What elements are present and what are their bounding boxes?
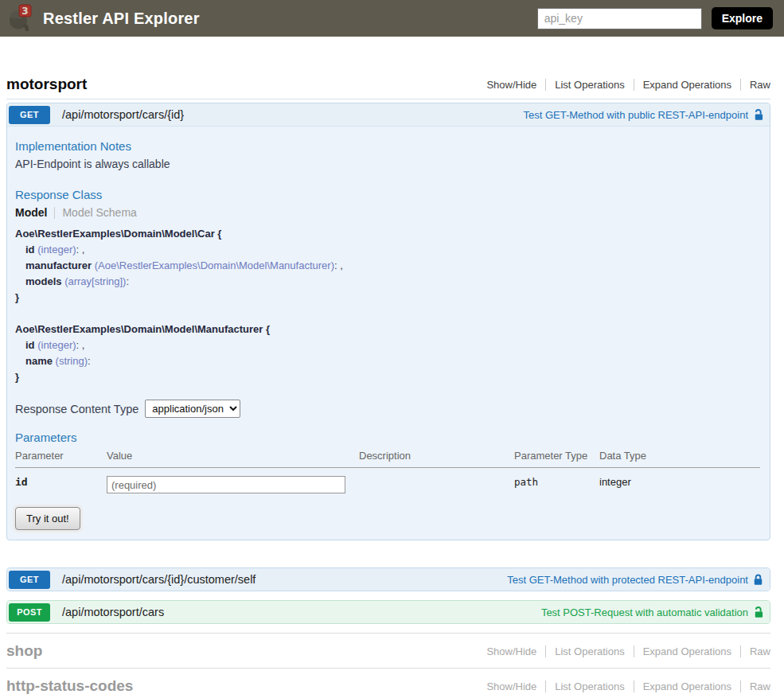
response-content-type-row: Response Content Type application/json [15, 400, 760, 418]
param-value-input[interactable] [107, 476, 345, 493]
tab-divider [54, 207, 55, 219]
parameter-row-id: id path integer [15, 468, 760, 497]
operation-get-customer-self: GET /api/motorsport/cars/{id}/customer/s… [6, 567, 770, 591]
endpoint-path-link[interactable]: /api/motorsport/cars/{id} [62, 108, 523, 121]
http-method-badge: POST [9, 603, 50, 622]
operation-get-car: GET /api/motorsport/cars/{id} Test GET-M… [6, 103, 770, 540]
resource-title-http-status-codes[interactable]: http-status-codes [6, 677, 133, 695]
param-description [359, 468, 514, 497]
expand-operations-link[interactable]: Expand Operations [643, 680, 731, 692]
expand-operations-link[interactable]: Expand Operations [643, 79, 731, 91]
param-name: id [15, 468, 107, 497]
list-operations-link[interactable]: List Operations [555, 680, 624, 692]
menu-divider [740, 79, 741, 91]
endpoint-access-link[interactable]: Test POST-Request with automatic validat… [541, 606, 763, 618]
resource-heading-shop: shop Show/Hide List Operations Expand Op… [6, 633, 770, 668]
expand-operations-link[interactable]: Expand Operations [643, 645, 731, 657]
endpoint-path-link[interactable]: /api/motorsport/cars/{id}/customer/self [62, 573, 507, 586]
app-title: Restler API Explorer [43, 10, 200, 28]
http-method-badge: GET [9, 106, 50, 124]
col-parameter: Parameter [15, 446, 107, 468]
endpoint-access-label: Test GET-Method with public REST-API-end… [523, 109, 748, 121]
resource-heading-motorsport: motorsport Show/Hide List Operations Exp… [6, 69, 770, 99]
menu-divider [545, 79, 546, 91]
endpoint-access-link[interactable]: Test GET-Method with public REST-API-end… [523, 108, 763, 121]
showhide-link[interactable]: Show/Hide [486, 79, 536, 91]
lock-open-icon [753, 606, 763, 618]
model-signature: Aoe\RestlerExamples\Domain\Model\Car {id… [15, 226, 760, 385]
col-parameter-type: Parameter Type [514, 446, 599, 468]
menu-divider [545, 680, 546, 692]
raw-link[interactable]: Raw [750, 645, 770, 657]
resource-menu-motorsport: Show/Hide List Operations Expand Operati… [486, 79, 770, 91]
menu-divider [634, 645, 634, 657]
signature-model: Aoe\RestlerExamples\Domain\Model\Car {id… [15, 226, 760, 306]
http-method-badge: GET [9, 571, 50, 589]
col-value: Value [107, 446, 359, 468]
col-description: Description [359, 446, 514, 468]
endpoint-access-label: Test GET-Method with protected REST-API-… [507, 574, 748, 586]
model-tabs: Model Model Schema [15, 206, 760, 219]
tab-model[interactable]: Model [15, 206, 47, 219]
param-parameter-type: path [514, 468, 599, 497]
menu-divider [634, 680, 634, 692]
parameters-title: Parameters [15, 431, 760, 444]
api-key-input[interactable] [537, 8, 702, 29]
resource-title-motorsport[interactable]: motorsport [6, 76, 87, 93]
parameters-header-row: Parameter Value Description Parameter Ty… [15, 446, 760, 468]
endpoint-path-link[interactable]: /api/motorsport/cars [62, 606, 541, 618]
operation-content: Implementation Notes API-Endpoint is alw… [7, 126, 770, 540]
implementation-notes-title: Implementation Notes [15, 139, 760, 153]
app-header: 3 Restler API Explorer Explore [0, 0, 784, 37]
param-data-type: integer [599, 468, 760, 497]
endpoint-access-link[interactable]: Test GET-Method with protected REST-API-… [507, 573, 763, 586]
list-operations-link[interactable]: List Operations [555, 645, 624, 657]
menu-divider [545, 645, 546, 657]
operation-heading: GET /api/motorsport/cars/{id}/customer/s… [7, 568, 770, 591]
resource-heading-http-status-codes: http-status-codes Show/Hide List Operati… [6, 668, 770, 698]
try-it-out-button[interactable]: Try it out! [15, 507, 80, 530]
lock-closed-icon [753, 573, 763, 586]
menu-divider [740, 645, 741, 657]
signature-model: Aoe\RestlerExamples\Domain\Model\Manufac… [15, 322, 760, 385]
showhide-link[interactable]: Show/Hide [486, 680, 536, 692]
tab-model-schema[interactable]: Model Schema [62, 206, 136, 219]
response-content-type-select[interactable]: application/json [145, 400, 240, 418]
response-content-type-label: Response Content Type [15, 403, 138, 415]
resource-menu-http-status-codes: Show/Hide List Operations Expand Operati… [486, 680, 770, 692]
menu-divider [740, 680, 741, 692]
col-data-type: Data Type [599, 446, 760, 468]
raw-link[interactable]: Raw [750, 680, 770, 692]
menu-divider [634, 79, 634, 91]
resource-menu-shop: Show/Hide List Operations Expand Operati… [486, 645, 770, 657]
operation-heading: POST /api/motorsport/cars Test POST-Requ… [7, 601, 770, 623]
operation-heading: GET /api/motorsport/cars/{id} Test GET-M… [7, 103, 770, 126]
resource-title-shop[interactable]: shop [6, 642, 42, 660]
explore-button[interactable]: Explore [712, 7, 773, 29]
parameters-table: Parameter Value Description Parameter Ty… [15, 446, 760, 497]
implementation-notes-text: API-Endpoint is always callable [15, 158, 760, 170]
lock-open-icon [753, 108, 763, 121]
logo-badge: 3 [21, 6, 28, 17]
operation-post-cars: POST /api/motorsport/cars Test POST-Requ… [6, 600, 770, 624]
endpoint-access-label: Test POST-Request with automatic validat… [541, 606, 748, 618]
showhide-link[interactable]: Show/Hide [486, 645, 536, 657]
raw-link[interactable]: Raw [750, 79, 770, 91]
restler-logo-icon: 3 [8, 3, 37, 33]
list-operations-link[interactable]: List Operations [555, 79, 624, 91]
response-class-title: Response Class [15, 188, 760, 201]
